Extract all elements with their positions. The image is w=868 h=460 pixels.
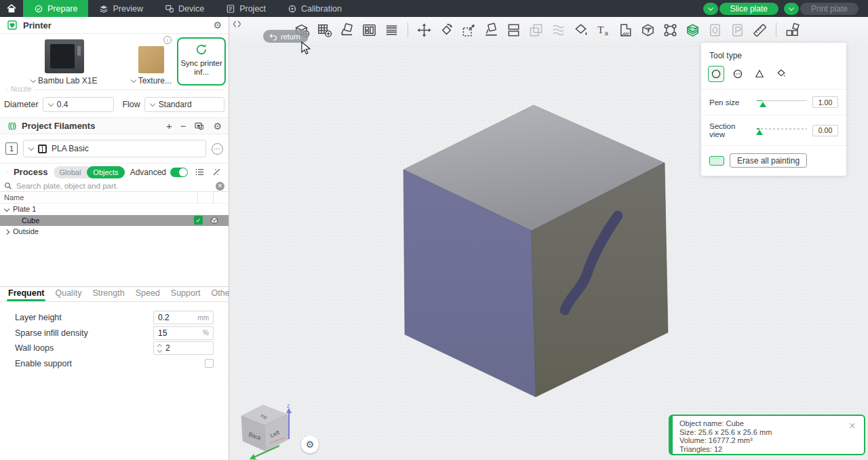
tab-quality[interactable]: Quality — [50, 288, 87, 301]
move-icon[interactable] — [416, 20, 433, 39]
erase-all-painting-button[interactable]: Erase all painting — [730, 153, 807, 168]
top-bar: PreparePreviewDeviceProjectCalibration S… — [0, 0, 868, 17]
split-objects-icon[interactable] — [383, 20, 400, 39]
triangle-tool-icon[interactable] — [751, 66, 768, 82]
filaments-section-title: Project Filaments — [22, 121, 95, 131]
close-tooltip-icon[interactable]: × — [846, 420, 859, 432]
print-plate-button[interactable]: Print plate — [800, 3, 859, 15]
pen-size-value[interactable]: 1.00 — [812, 96, 838, 108]
cut-icon[interactable] — [505, 20, 522, 39]
tool-type-row — [701, 66, 846, 90]
tab-device[interactable]: Device — [154, 0, 215, 17]
clone-icon — [528, 20, 545, 39]
printer-select-card[interactable]: Bambu Lab X1E — [3, 37, 125, 85]
mode-tabs: PreparePreviewDeviceProjectCalibration — [23, 0, 353, 17]
printer-name-dropdown[interactable]: Bambu Lab X1E — [31, 76, 97, 85]
process-section-title: Process — [14, 167, 48, 177]
spinner-arrows[interactable] — [158, 345, 161, 352]
param-checkbox[interactable] — [205, 359, 214, 368]
place-on-face-icon[interactable] — [483, 20, 500, 39]
pen-size-slider[interactable] — [757, 98, 807, 107]
filament-menu-button[interactable]: ⋯ — [212, 143, 223, 155]
sync-filament-list-icon[interactable] — [194, 121, 205, 132]
chevron-down-icon — [28, 145, 34, 150]
rotate-icon[interactable] — [438, 20, 455, 39]
param-input[interactable]: 0.2mm — [153, 311, 214, 324]
slice-plate-button[interactable]: Slice plate — [719, 3, 778, 15]
home-button[interactable] — [0, 0, 23, 17]
navigation-cube[interactable]: top Back Left Z Y — [236, 404, 304, 460]
painting-tool-icon[interactable] — [684, 20, 701, 39]
left-sidebar: Printer ⚙ Bambu Lab X1E i Texture... Syn… — [0, 17, 229, 460]
fill-tool-icon[interactable] — [773, 66, 789, 82]
printer-settings-gear-icon[interactable]: ⚙ — [213, 20, 222, 30]
tab-project[interactable]: Project — [215, 0, 277, 17]
tree-row-outside[interactable]: Outside — [0, 226, 229, 237]
printer-cards: Bambu Lab X1E i Texture... Sync printer … — [0, 34, 229, 87]
info-icon[interactable]: i — [163, 36, 172, 44]
search-icon — [4, 182, 12, 190]
sphere-tool-icon[interactable] — [730, 66, 746, 82]
svg-text:a: a — [604, 29, 608, 37]
view-settings-gear-button[interactable]: ⚙ — [301, 436, 319, 453]
auto-orient-icon[interactable] — [338, 20, 355, 39]
reset-modified-icon[interactable] — [212, 167, 222, 177]
color-fill-icon[interactable] — [572, 20, 589, 39]
assembly-icon[interactable] — [784, 20, 801, 39]
chevron-down-icon — [707, 5, 713, 10]
expander-down-icon[interactable] — [4, 206, 10, 212]
tab-strength[interactable]: Strength — [87, 288, 130, 301]
scope-global-pill[interactable]: Global — [54, 166, 87, 178]
support-painting-icon[interactable] — [617, 20, 634, 39]
plate-name-dropdown[interactable]: Texture... — [132, 76, 172, 85]
print-enable-checkbox[interactable]: ✓ — [194, 216, 203, 225]
tree-row-label: Cube — [22, 216, 194, 225]
advanced-toggle[interactable] — [170, 168, 188, 177]
param-input[interactable]: 15% — [153, 326, 214, 340]
scale-icon[interactable] — [460, 20, 477, 39]
scope-objects-pill[interactable]: Objects — [87, 166, 124, 178]
add-filament-button[interactable]: + — [166, 121, 172, 131]
nozzle-group-label: Nozzle — [8, 85, 35, 93]
arrange-icon[interactable] — [361, 20, 378, 39]
tree-row-cube[interactable]: Cube✓ — [0, 215, 229, 227]
return-button[interactable]: return — [263, 30, 309, 43]
tree-header: Name — [0, 192, 229, 204]
viewport-3d[interactable]: Ta return Tool type Pen size 1.00 Sectio… — [229, 17, 868, 460]
search-input[interactable]: Search plate, object and part. — [16, 182, 212, 190]
tab-frequent[interactable]: Frequent — [3, 288, 50, 301]
tab-speed[interactable]: Speed — [130, 288, 165, 301]
section-view-slider[interactable] — [757, 126, 807, 135]
seam-painting-icon[interactable] — [639, 20, 656, 39]
clear-search-icon[interactable]: ✕ — [216, 182, 224, 191]
fuzzy-skin-icon[interactable] — [662, 20, 679, 39]
section-view-value[interactable]: 0.00 — [812, 125, 838, 136]
tab-prepare[interactable]: Prepare — [23, 0, 88, 17]
slice-options-dropdown[interactable] — [703, 3, 718, 15]
advanced-label: Advanced — [130, 168, 166, 177]
add-plate-icon[interactable] — [316, 20, 333, 39]
param-spinner[interactable]: 2 — [153, 341, 214, 355]
tab-support[interactable]: Support — [165, 288, 206, 301]
measure-icon[interactable] — [751, 20, 768, 39]
sync-printer-button[interactable]: Sync printer inf... — [177, 37, 226, 85]
tab-calibration[interactable]: Calibration — [277, 0, 353, 17]
flow-dropdown[interactable]: Standard — [144, 97, 224, 112]
text-icon[interactable]: Ta — [595, 20, 612, 39]
tab-preview[interactable]: Preview — [88, 0, 153, 17]
diameter-dropdown[interactable]: 0.4 — [43, 97, 115, 112]
process-icon — [7, 167, 8, 178]
z-axis-label: Z — [287, 404, 290, 408]
param-row-layer-height: Layer height0.2mm — [0, 310, 229, 326]
filament-settings-gear-icon[interactable]: ⚙ — [213, 121, 222, 131]
parameter-list-icon[interactable] — [195, 167, 205, 177]
plate-select-card[interactable]: i Texture... — [130, 37, 173, 85]
remove-filament-button[interactable]: − — [180, 121, 186, 131]
circle-tool-icon[interactable] — [708, 66, 724, 82]
filament-dropdown[interactable]: PLA Basic — [23, 140, 206, 157]
print-options-dropdown[interactable] — [784, 3, 799, 15]
expander-right-icon[interactable] — [4, 229, 10, 235]
collapse-sidebar-icon[interactable] — [232, 19, 243, 30]
tree-row-plate-1[interactable]: Plate 1 — [0, 204, 229, 215]
process-scope-toggle: Global Objects — [54, 166, 125, 178]
